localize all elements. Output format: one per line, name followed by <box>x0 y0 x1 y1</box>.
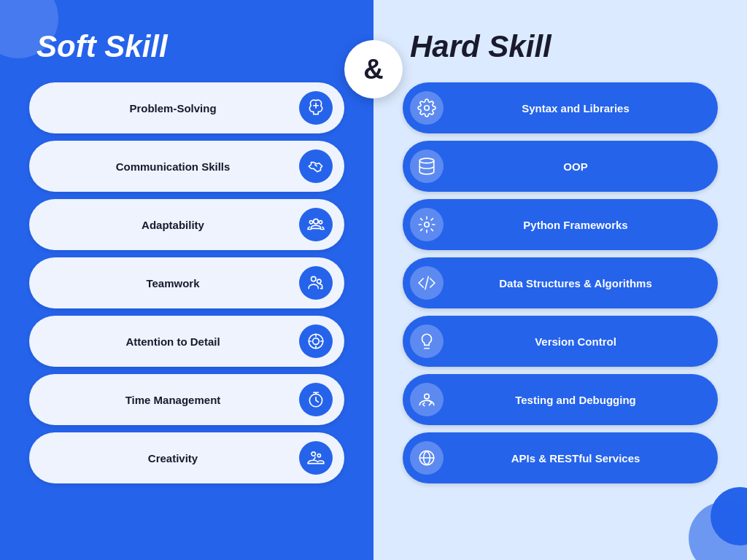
handshake-icon <box>299 149 333 183</box>
skill-label: OOP <box>451 160 700 173</box>
svg-point-13 <box>425 394 430 399</box>
skill-label: Teamwork <box>47 277 299 289</box>
api-icon <box>410 441 444 475</box>
list-item: Attention to Detail <box>29 316 344 367</box>
svg-point-2 <box>319 221 322 224</box>
svg-point-9 <box>317 454 320 457</box>
list-item: Testing and Debugging <box>403 374 718 425</box>
teamwork-icon <box>299 266 333 300</box>
skill-label: Creativity <box>47 452 299 464</box>
list-item: Problem-Solving <box>29 82 344 133</box>
svg-point-4 <box>317 279 321 283</box>
attention-icon <box>299 324 333 358</box>
list-item: Adaptability <box>29 199 344 250</box>
center-badge: & <box>344 40 403 98</box>
testing-icon <box>410 383 444 416</box>
list-item: Time Management <box>29 374 344 425</box>
skill-label: Python Frameworks <box>451 219 700 231</box>
skill-label: Time Management <box>47 394 299 406</box>
list-item: APIs & RESTful Services <box>403 432 718 483</box>
skill-label: Attention to Detail <box>47 335 299 348</box>
settings-icon <box>410 208 444 241</box>
database-icon <box>410 149 444 183</box>
svg-point-10 <box>425 106 430 111</box>
time-icon <box>299 383 333 416</box>
left-panel: Soft Skill Problem-Solving Communication… <box>0 0 374 560</box>
svg-point-8 <box>311 452 315 456</box>
soft-skill-list: Problem-Solving Communication Skills Ada… <box>29 82 344 483</box>
list-item: Creativity <box>29 432 344 483</box>
lightbulb-icon <box>410 324 444 358</box>
list-item: Data Structures & Algorithms <box>403 257 718 308</box>
code-icon <box>410 266 444 300</box>
list-item: Communication Skills <box>29 141 344 192</box>
skill-label: Testing and Debugging <box>451 394 700 406</box>
skill-label: Data Structures & Algorithms <box>451 277 700 289</box>
list-item: OOP <box>403 141 718 192</box>
skill-label: Communication Skills <box>47 160 299 173</box>
skill-label: APIs & RESTful Services <box>451 452 700 464</box>
hard-skill-list: Syntax and Libraries OOP Python Framewor… <box>403 82 718 483</box>
list-item: Python Frameworks <box>403 199 718 250</box>
right-title: Hard Skill <box>410 29 551 64</box>
svg-point-3 <box>311 276 317 281</box>
left-title: Soft Skill <box>36 29 168 64</box>
brain-icon <box>299 91 333 125</box>
group-icon <box>299 208 333 241</box>
list-item: Version Control <box>403 316 718 367</box>
decorative-circle-br2 <box>689 502 747 560</box>
svg-point-6 <box>313 338 320 345</box>
svg-point-1 <box>309 221 312 224</box>
skill-label: Version Control <box>451 335 700 348</box>
list-item: Teamwork <box>29 257 344 308</box>
skill-label: Adaptability <box>47 219 299 231</box>
svg-point-11 <box>419 158 434 163</box>
svg-point-12 <box>425 222 430 228</box>
svg-point-0 <box>314 219 319 224</box>
skill-label: Problem-Solving <box>47 102 299 114</box>
creativity-icon <box>299 441 333 475</box>
gear-icon <box>410 91 444 125</box>
list-item: Syntax and Libraries <box>403 82 718 133</box>
right-panel: Hard Skill Syntax and Libraries OOP Pyth… <box>374 0 747 560</box>
skill-label: Syntax and Libraries <box>451 102 700 114</box>
